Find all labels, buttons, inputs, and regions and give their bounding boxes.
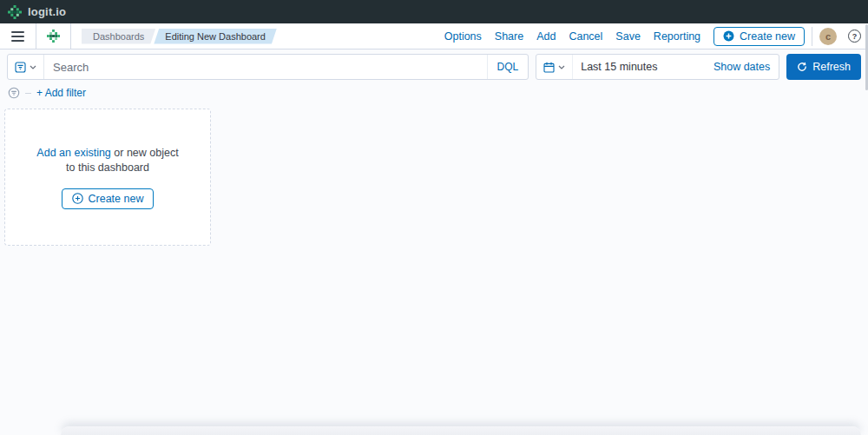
hamburger-menu-icon[interactable] [7,31,29,42]
toolbar: Dashboards Editing New Dashboard Options… [0,23,868,49]
refresh-cycle-icon [797,62,807,72]
divider [812,27,812,46]
search-box: DQL [7,54,529,80]
chevron-down-icon [558,65,565,69]
logit-pixel-asterisk-icon [8,5,22,19]
top-brand-bar: logit.io [0,0,868,23]
cancel-link[interactable]: Cancel [569,30,602,43]
refresh-button[interactable]: Refresh [786,54,861,80]
divider [70,23,71,49]
empty-dashboard-panel: Add an existing or new object to this da… [4,109,211,246]
chevron-down-icon [30,65,36,69]
toolbar-actions: Options Share Add Cancel Save Reporting … [444,27,861,46]
create-new-button-toolbar[interactable]: Create new [713,27,805,46]
breadcrumb-current: Editing New Dashboard [154,29,277,44]
add-link[interactable]: Add [536,30,556,43]
empty-panel-text: Add an existing or new object to this da… [36,146,178,176]
date-picker: Last 15 minutes Show dates [536,54,779,80]
share-link[interactable]: Share [495,30,523,43]
filter-bar: + Add filter [0,85,868,102]
logit-pixel-asterisk-icon [47,30,60,43]
create-new-button-panel[interactable]: Create new [62,188,155,209]
query-language-button[interactable]: DQL [487,55,529,79]
logo-text: logit.io [28,5,66,18]
filter-square-icon [15,62,26,73]
plus-circle-filled-icon [723,30,734,42]
dashboard-canvas: Add an existing or new object to this da… [0,102,868,432]
date-quick-select-button[interactable] [536,55,573,79]
divider [36,23,36,49]
search-input[interactable] [44,55,487,79]
plus-circle-outline-icon [72,193,83,204]
breadcrumb: Dashboards Editing New Dashboard [82,29,277,44]
filter-circle-icon[interactable] [8,87,20,99]
calendar-icon [543,62,555,73]
breadcrumb-dashboards[interactable]: Dashboards [82,29,155,44]
app-home-button[interactable] [43,30,63,43]
saved-query-menu-button[interactable] [8,55,44,79]
save-link[interactable]: Save [615,30,641,43]
query-bar: DQL Last 15 minutes Show dates [0,49,868,85]
add-existing-link[interactable]: Add an existing [36,147,110,159]
time-range-value[interactable]: Last 15 minutes [573,61,657,73]
add-filter-link[interactable]: + Add filter [36,87,86,99]
show-dates-link[interactable]: Show dates [713,61,779,73]
avatar[interactable]: c [819,28,837,45]
bottom-panel-edge [61,426,861,435]
question-circle-icon[interactable]: ? [848,30,861,43]
options-link[interactable]: Options [444,30,482,43]
reporting-link[interactable]: Reporting [654,30,700,43]
divider [25,93,31,94]
